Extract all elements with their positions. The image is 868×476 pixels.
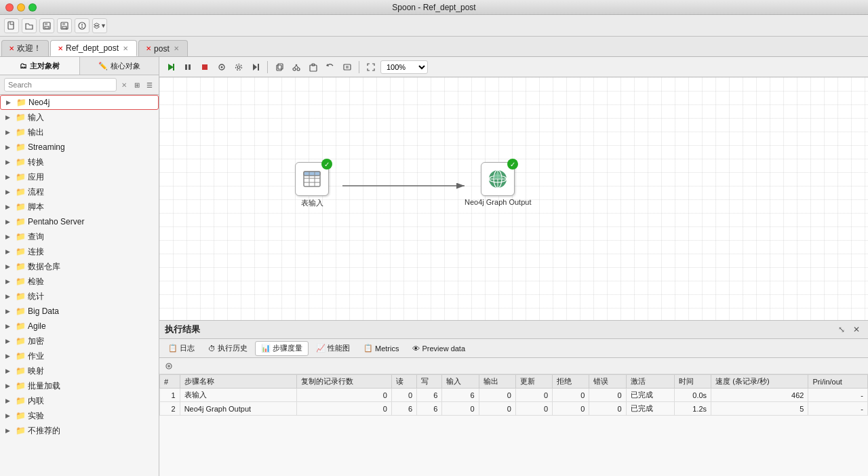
tree-item-neo4j[interactable]: ▶ 📁 Neo4j xyxy=(0,95,159,110)
results-tab-steps[interactable]: 📊 步骤度量 xyxy=(255,341,309,356)
fullscreen-button[interactable] xyxy=(363,60,378,75)
cell-row1-error: 0 xyxy=(589,389,626,402)
tree-item-query[interactable]: ▶ 📁 查询 xyxy=(0,229,159,244)
stop-button[interactable] xyxy=(197,60,212,75)
sidebar: 🗂 主对象树 ✏️ 核心对象 ✕ ⊞ ☰ ▶ 📁 Neo4j xyxy=(0,57,159,476)
tree-item-datawarehouse[interactable]: ▶ 📁 数据仓库 xyxy=(0,259,159,274)
tree-item-map[interactable]: ▶ 📁 映射 xyxy=(0,363,159,378)
save-as-button[interactable]: + xyxy=(57,18,72,33)
zoom-select[interactable]: 100% 75% 50% 150% 200% xyxy=(380,60,428,74)
svg-rect-26 xyxy=(277,65,281,71)
tree-item-connect[interactable]: ▶ 📁 连接 xyxy=(0,244,159,259)
col-num: # xyxy=(160,375,180,389)
titlebar: Spoon - Ref_dept_post xyxy=(0,0,868,15)
cell-row1-copies: 0 xyxy=(297,389,392,402)
tree-item-transform[interactable]: ▶ 📁 转换 xyxy=(0,155,159,170)
tree-item-inline[interactable]: ▶ 📁 内联 xyxy=(0,393,159,408)
tree-item-stats[interactable]: ▶ 📁 统计 xyxy=(0,289,159,304)
svg-rect-18 xyxy=(189,64,191,70)
new-file-button[interactable] xyxy=(4,18,19,33)
svg-marker-16 xyxy=(173,64,174,71)
col-write: 写 xyxy=(417,375,442,389)
canvas-container: 100% 75% 50% 150% 200% xyxy=(159,57,868,476)
preview-button[interactable] xyxy=(214,60,229,75)
results-close-button[interactable]: ✕ xyxy=(850,323,863,336)
results-tab-log[interactable]: 📋 日志 xyxy=(162,341,201,356)
results-table-wrapper[interactable]: # 步骤名称 复制的记录行数 读 写 输入 输出 更新 拒绝 错误 激活 xyxy=(159,374,868,476)
close-button[interactable] xyxy=(5,3,14,12)
search-icon-grid[interactable]: ⊞ xyxy=(132,79,142,90)
cut-button[interactable] xyxy=(289,60,304,75)
svg-rect-35 xyxy=(344,64,351,70)
search-input[interactable] xyxy=(4,78,117,92)
open-file-button[interactable] xyxy=(22,18,37,33)
tab-ref-icon: ✕ xyxy=(58,45,63,52)
align-button[interactable] xyxy=(340,60,355,75)
tree-item-script[interactable]: ▶ 📁 脚本 xyxy=(0,199,159,214)
node-table-input[interactable]: ✓ 表输入 xyxy=(295,162,329,208)
tree-item-deprecated[interactable]: ▶ 📁 不推荐的 xyxy=(0,423,159,438)
tree-item-apply[interactable]: ▶ 📁 应用 xyxy=(0,170,159,184)
col-time: 时间 xyxy=(674,375,711,389)
history-label: 执行历史 xyxy=(218,343,248,353)
cell-row2-update: 0 xyxy=(515,402,552,416)
results-refresh-button[interactable] xyxy=(163,361,174,372)
results-expand-button[interactable]: ⤡ xyxy=(835,323,848,336)
node-neo4j-output[interactable]: ✓ Neo4j Graph Output xyxy=(465,162,531,206)
pipeline-canvas[interactable]: ✓ 表输入 xyxy=(159,77,868,320)
tree-item-encrypt[interactable]: ▶ 📁 加密 xyxy=(0,334,159,349)
folder-icon-neo4j: 📁 xyxy=(16,98,26,107)
tab-post[interactable]: ✕ post ✕ xyxy=(138,40,188,56)
main-objects-icon: 🗂 xyxy=(20,62,27,70)
cell-row1-num: 1 xyxy=(160,389,180,402)
tree-item-experiment[interactable]: ▶ 📁 实验 xyxy=(0,408,159,423)
search-bar: ✕ ⊞ ☰ xyxy=(0,75,159,95)
tab-ref-close-button[interactable]: ✕ xyxy=(121,44,130,52)
paste-button[interactable] xyxy=(306,60,321,75)
col-active: 激活 xyxy=(626,375,674,389)
tree-item-bigdata[interactable]: ▶ 📁 Big Data xyxy=(0,304,159,319)
copy-button[interactable] xyxy=(272,60,287,75)
results-tab-preview[interactable]: 👁 Preview data xyxy=(406,341,471,356)
sidebar-tab-main-objects[interactable]: 🗂 主对象树 xyxy=(0,57,80,75)
tab-ref-label: Ref_dept_post xyxy=(66,43,119,53)
layers-button[interactable]: ▼ xyxy=(92,18,107,33)
tree-item-workflow[interactable]: ▶ 📁 流程 xyxy=(0,184,159,199)
tree-item-validate[interactable]: ▶ 📁 检验 xyxy=(0,274,159,289)
minimize-button[interactable] xyxy=(17,3,25,12)
tab-ref-dept-post[interactable]: ✕ Ref_dept_post ✕ xyxy=(50,40,137,56)
table-icon xyxy=(302,169,322,189)
cell-row2-copies: 0 xyxy=(297,402,392,416)
tree-item-bulkload[interactable]: ▶ 📁 批量加载 xyxy=(0,378,159,393)
sidebar-tab-core-objects[interactable]: ✏️ 核心对象 xyxy=(80,57,159,75)
history-icon: ⏱ xyxy=(208,344,216,353)
forward-button[interactable] xyxy=(248,60,263,75)
tree-item-input[interactable]: ▶ 📁 输入 xyxy=(0,110,159,125)
tree-item-job[interactable]: ▶ 📁 作业 xyxy=(0,349,159,363)
svg-rect-27 xyxy=(278,64,283,69)
pause-button[interactable] xyxy=(180,60,195,75)
tree-item-streaming[interactable]: ▶ 📁 Streaming xyxy=(0,140,159,155)
maximize-button[interactable] xyxy=(28,3,37,12)
tree-item-agile[interactable]: ▶ 📁 Agile xyxy=(0,319,159,334)
tree-item-output[interactable]: ▶ 📁 输出 xyxy=(0,125,159,140)
results-tab-metrics[interactable]: 📋 Metrics xyxy=(357,341,405,356)
explore-button[interactable] xyxy=(75,18,90,33)
search-icon-list[interactable]: ☰ xyxy=(144,79,155,90)
undo-button[interactable] xyxy=(323,60,338,75)
results-tab-history[interactable]: ⏱ 执行历史 xyxy=(202,341,254,356)
settings-button[interactable] xyxy=(231,60,246,75)
col-error: 错误 xyxy=(589,375,626,389)
tab-post-close-button[interactable]: ✕ xyxy=(172,45,180,53)
node-icon-wrapper-neo4j: ✓ xyxy=(481,162,515,196)
search-clear-button[interactable]: ✕ xyxy=(119,80,129,90)
search-icons: ⊞ ☰ xyxy=(132,79,155,90)
tab-welcome[interactable]: ✕ 欢迎！ xyxy=(1,40,49,56)
preview-icon: 👁 xyxy=(412,344,420,353)
tree-item-pentaho[interactable]: ▶ 📁 Pentaho Server xyxy=(0,214,159,229)
cell-row1-input: 6 xyxy=(442,389,479,402)
save-button[interactable] xyxy=(39,18,54,33)
run-button[interactable] xyxy=(163,60,178,75)
cell-row2-pri: - xyxy=(808,402,868,416)
results-tab-perf[interactable]: 📈 性能图 xyxy=(310,341,356,356)
